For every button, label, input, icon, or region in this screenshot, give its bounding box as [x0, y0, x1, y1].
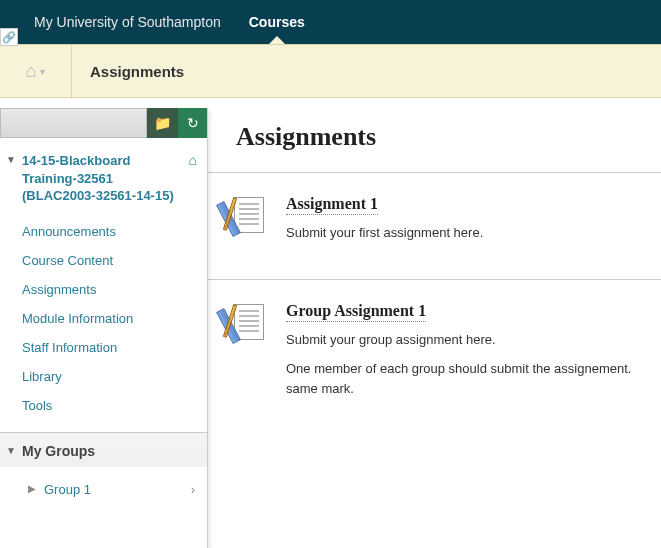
sidebar-toggle-stub[interactable] — [0, 108, 147, 138]
chevron-down-icon: ▼ — [6, 154, 16, 165]
assignment-icon — [224, 302, 268, 409]
home-icon: ⌂ — [26, 61, 37, 82]
course-nav: Announcements Course Content Assignments… — [0, 213, 207, 432]
chevron-down-icon: ▾ — [40, 66, 45, 77]
content-item: Group Assignment 1 Submit your group ass… — [208, 280, 661, 435]
sidebar-tools: 📁 ↻ — [0, 108, 207, 138]
content-item: Assignment 1 Submit your first assignmen… — [208, 173, 661, 280]
group-item[interactable]: ▶ Group 1 › — [22, 475, 207, 507]
course-home-icon[interactable]: ⌂ — [189, 152, 197, 168]
sidebar-item-course-content[interactable]: Course Content — [22, 246, 207, 275]
breadcrumb-title: Assignments — [72, 63, 184, 80]
chevron-down-icon: ▼ — [6, 445, 16, 456]
groups-title: My Groups — [12, 443, 95, 459]
item-desc: Submit your first assignment here. — [286, 223, 653, 243]
refresh-icon[interactable]: ↻ — [177, 108, 207, 138]
sidebar-item-assignments[interactable]: Assignments — [22, 275, 207, 304]
chevron-right-icon: ▶ — [28, 483, 36, 494]
groups-list: ▶ Group 1 › — [0, 467, 207, 511]
global-nav: 🔗 My University of Southampton Courses — [0, 0, 661, 44]
nav-courses[interactable]: Courses — [235, 0, 319, 44]
content-header: Assignments — [208, 98, 661, 173]
main-area: 📁 ↻ ▼ ⌂ 14-15-Blackboard Training-32561 … — [0, 98, 661, 548]
content: Assignments Assignment 1 Submit your fir… — [208, 98, 661, 548]
sidebar-item-staff-information[interactable]: Staff Information — [22, 333, 207, 362]
permalink-icon[interactable]: 🔗 — [0, 28, 18, 46]
sidebar-item-module-information[interactable]: Module Information — [22, 304, 207, 333]
groups-header[interactable]: ▼ My Groups ▶ Group 1 › — [0, 432, 207, 511]
item-desc: Submit your group assignment here. — [286, 330, 653, 350]
sidebar-item-tools[interactable]: Tools — [22, 391, 207, 420]
group-label: Group 1 — [44, 482, 91, 497]
item-desc: One member of each group should submit t… — [286, 359, 653, 398]
course-title[interactable]: 14-15-Blackboard Training-32561 (BLAC200… — [12, 152, 195, 205]
course-header[interactable]: ▼ ⌂ 14-15-Blackboard Training-32561 (BLA… — [0, 138, 207, 213]
assignment-icon — [224, 195, 268, 253]
breadcrumb-home[interactable]: ⌂ ▾ — [0, 45, 72, 97]
page-title: Assignments — [236, 122, 661, 152]
item-title[interactable]: Group Assignment 1 — [286, 302, 426, 322]
chevron-right-icon[interactable]: › — [191, 483, 195, 497]
item-title[interactable]: Assignment 1 — [286, 195, 378, 215]
nav-home[interactable]: My University of Southampton — [20, 0, 235, 44]
sidebar: 📁 ↻ ▼ ⌂ 14-15-Blackboard Training-32561 … — [0, 108, 208, 548]
breadcrumb: ⌂ ▾ Assignments — [0, 44, 661, 98]
sidebar-item-library[interactable]: Library — [22, 362, 207, 391]
folder-icon[interactable]: 📁 — [147, 108, 177, 138]
sidebar-item-announcements[interactable]: Announcements — [22, 217, 207, 246]
